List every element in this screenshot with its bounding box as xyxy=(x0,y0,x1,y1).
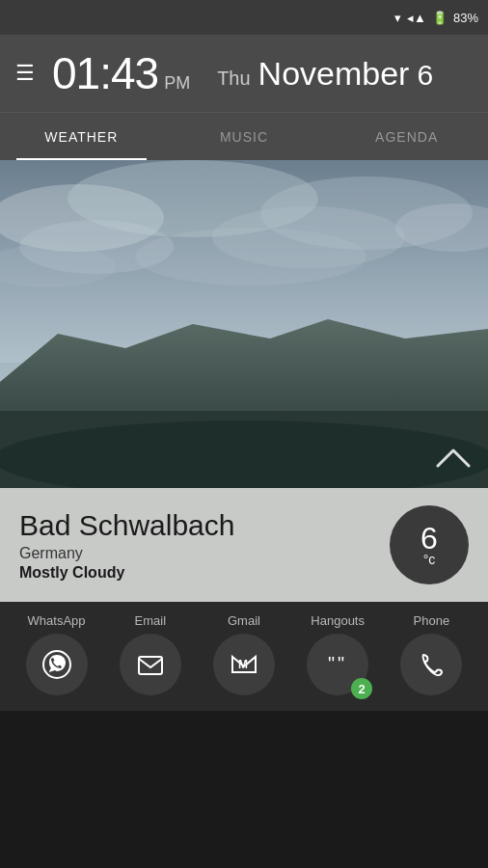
time-ampm: PM xyxy=(164,73,190,94)
phone-icon-circle[interactable] xyxy=(400,634,462,695)
dock-label-email: Email xyxy=(112,613,189,628)
temperature-circle: 6 °c xyxy=(390,505,469,584)
weather-info-panel: Bad Schwalbach Germany Mostly Cloudy 6 °… xyxy=(0,488,488,602)
landscape-svg xyxy=(0,160,488,488)
tab-agenda-label: AGENDA xyxy=(375,129,438,145)
tab-agenda[interactable]: AGENDA xyxy=(325,113,488,160)
tab-weather[interactable]: WEATHER xyxy=(0,113,163,160)
city-name: Bad Schwalbach xyxy=(19,509,390,541)
dock-label-gmail: Gmail xyxy=(205,613,283,628)
battery-icon: 🔋 xyxy=(432,11,447,25)
temperature-unit: °c xyxy=(423,552,436,567)
svg-text:": " xyxy=(328,653,335,674)
dock-label-hangouts: Hangouts xyxy=(299,613,376,628)
weather-image xyxy=(0,160,488,488)
whatsapp-icon xyxy=(41,649,72,680)
country-name: Germany xyxy=(19,545,390,562)
hangouts-badge: 2 xyxy=(351,678,372,699)
whatsapp-app[interactable] xyxy=(26,634,88,695)
wifi-icon: ▾ xyxy=(394,11,401,25)
chevron-up-button[interactable] xyxy=(436,446,471,476)
dock-icons-row: M " " 2 xyxy=(0,634,488,695)
gmail-app[interactable]: M xyxy=(213,634,275,695)
date-display: Thu November 6 xyxy=(217,55,433,93)
header-bar: ☰ 01:43 PM Thu November 6 xyxy=(0,35,488,112)
battery-percentage: 83% xyxy=(453,11,478,25)
time-display: 01:43 PM xyxy=(52,51,190,95)
date-number: 6 xyxy=(417,59,433,92)
dock-label-whatsapp: WhatsApp xyxy=(18,613,95,628)
email-app[interactable] xyxy=(120,634,181,695)
tab-bar: WEATHER MUSIC AGENDA xyxy=(0,112,488,160)
phone-icon xyxy=(416,649,447,680)
email-icon-circle[interactable] xyxy=(120,634,181,695)
weather-text: Bad Schwalbach Germany Mostly Cloudy xyxy=(19,509,390,582)
svg-text:M: M xyxy=(238,658,248,671)
status-bar: ▾ ◂▲ 🔋 83% xyxy=(0,0,488,35)
svg-rect-14 xyxy=(139,657,162,674)
gmail-icon: M xyxy=(229,649,259,680)
whatsapp-icon-circle[interactable] xyxy=(26,634,88,695)
email-icon xyxy=(135,649,166,680)
hangouts-app[interactable]: " " 2 xyxy=(307,634,368,695)
dock-labels: WhatsApp Email Gmail Hangouts Phone xyxy=(0,613,488,628)
temperature-value: 6 xyxy=(420,523,438,554)
tab-music-label: MUSIC xyxy=(220,129,268,145)
tab-music[interactable]: MUSIC xyxy=(163,113,326,160)
phone-app[interactable] xyxy=(400,634,462,695)
menu-icon[interactable]: ☰ xyxy=(15,63,35,84)
day-abbr: Thu xyxy=(217,68,250,90)
app-dock: WhatsApp Email Gmail Hangouts Phone xyxy=(0,602,488,711)
dock-label-phone: Phone xyxy=(393,613,470,628)
hangouts-icon: " " xyxy=(322,649,353,680)
time-value: 01:43 xyxy=(52,51,158,95)
svg-point-8 xyxy=(135,228,366,285)
tab-weather-label: WEATHER xyxy=(44,129,118,145)
signal-icon: ◂▲ xyxy=(407,11,426,25)
gmail-icon-circle[interactable]: M xyxy=(213,634,275,695)
weather-condition: Mostly Cloudy xyxy=(19,564,390,582)
month-name: November xyxy=(258,55,410,93)
svg-text:": " xyxy=(338,653,344,674)
